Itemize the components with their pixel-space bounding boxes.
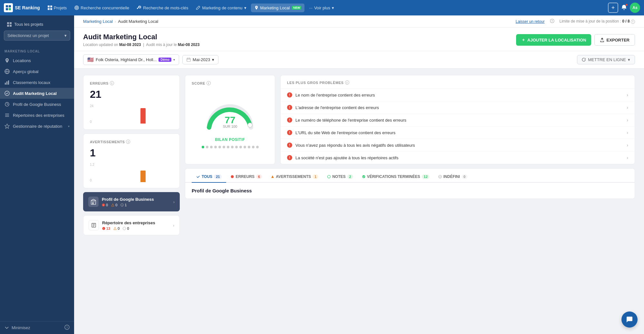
avertissements-info-icon[interactable]: i <box>126 140 130 144</box>
rc-left: Répertoire des entreprises ! 13 0 <box>89 220 155 230</box>
nav-marketing-contenu[interactable]: Marketing de contenu ▾ <box>193 4 249 12</box>
notifications-bell[interactable] <box>621 4 627 12</box>
sidebar-item-repertoires[interactable]: Répertoires des entreprises <box>0 110 74 121</box>
app-logo[interactable]: SE Ranking <box>4 3 40 12</box>
problem-row[interactable]: ! La société n'est pas ajoutée à tous le… <box>281 152 635 164</box>
problem-row[interactable]: ! Vous n'avez pas répondu à tous les avi… <box>281 139 635 152</box>
check-circle-icon <box>362 175 365 178</box>
gc-arrow-icon: › <box>173 199 175 204</box>
gc-stats: ! 0 0 i 1 <box>102 203 154 207</box>
svg-rect-39 <box>92 201 93 202</box>
score-info-icon[interactable]: i <box>207 81 211 85</box>
star-icon <box>5 124 10 129</box>
erreurs-chart: 24 0 <box>90 104 173 124</box>
nav-marketing-local[interactable]: Marketing Local NEW <box>251 4 305 12</box>
gauge-dot <box>206 146 208 148</box>
plus-icon: + <box>611 5 615 11</box>
logo-icon <box>4 3 13 12</box>
problems-info-icon[interactable]: i <box>345 80 349 85</box>
tab-tous[interactable]: TOUS 21 <box>192 172 226 183</box>
gc-icon <box>88 197 99 207</box>
chat-icon <box>626 316 633 323</box>
svg-rect-1 <box>9 5 11 7</box>
tab-indefini[interactable]: INDÉFINI 0 <box>434 172 472 183</box>
svg-point-59 <box>362 175 365 178</box>
info-icon[interactable]: i <box>631 20 635 24</box>
repertoire-card[interactable]: Répertoire des entreprises ! 13 0 <box>83 215 180 235</box>
avertissements-card: AVERTISSEMENTS i 1 1.2 0 <box>83 134 180 188</box>
left-column: ERREURS i 21 24 0 <box>83 75 180 312</box>
sidebar-item-gestionnaire[interactable]: Gestionnaire de réputation ▾ <box>0 121 74 132</box>
laisser-retour-link[interactable]: Laisser un retour <box>515 19 544 24</box>
page-title-right: ＋ AJOUTER LA LOCALISATION EXPORTER <box>516 34 635 46</box>
add-location-button[interactable]: ＋ AJOUTER LA LOCALISATION <box>516 34 591 46</box>
svg-point-31 <box>552 22 552 22</box>
avert-bar-container <box>100 163 173 182</box>
sidebar-all-projects[interactable]: Tous les projets <box>4 19 70 29</box>
sidebar-item-gestionnaire-label: Gestionnaire de réputation <box>13 124 62 129</box>
tab-tous-badge: 21 <box>214 174 222 179</box>
breadcrumb-parent[interactable]: Marketing Local <box>83 19 113 24</box>
warning-dot-icon <box>271 175 274 178</box>
svg-rect-4 <box>48 5 50 7</box>
problem-row[interactable]: ! L'URL du site Web de l'entreprise cont… <box>281 126 635 139</box>
mettre-en-ligne-button[interactable]: METTRE EN LIGNE ▾ <box>577 55 635 64</box>
export-button[interactable]: EXPORTER <box>594 34 635 46</box>
nav-marketing-local-label: Marketing Local <box>260 5 290 10</box>
plus-icon: ＋ <box>521 37 525 43</box>
sidebar-item-classements[interactable]: Classements locaux <box>0 77 74 88</box>
problem-row[interactable]: ! Le nom de l'entreprise contient des er… <box>281 89 635 101</box>
rc-title: Répertoire des entreprises <box>102 220 155 225</box>
home-icon <box>7 22 12 27</box>
tab-erreurs[interactable]: ERREURS 6 <box>226 172 266 183</box>
project-select-placeholder: Sélectionnez un projet <box>7 33 49 38</box>
add-button[interactable]: + <box>608 3 618 13</box>
help-icon[interactable]: ? <box>64 325 70 331</box>
gauge-dot <box>210 146 213 148</box>
sidebar-item-apercu[interactable]: Aperçu global <box>0 66 74 77</box>
minimize-button[interactable]: Minimisez <box>5 325 30 330</box>
svg-rect-2 <box>6 8 8 10</box>
content-area: ERREURS i 21 24 0 <box>74 69 644 319</box>
erreurs-info-icon[interactable]: i <box>110 81 114 85</box>
gauge-dot <box>252 146 255 148</box>
nav-voir-plus[interactable]: ··· Voir plus ▾ <box>306 4 337 12</box>
sidebar-item-apercu-label: Aperçu global <box>13 69 39 74</box>
sidebar-item-audit[interactable]: Audit Marketing Local <box>0 88 74 99</box>
avatar-initials: As <box>632 5 637 10</box>
directory-icon <box>91 223 96 228</box>
project-selector[interactable]: Sélectionnez un projet ▾ <box>4 31 70 41</box>
google-business-card[interactable]: Profil de Google Business ! 0 0 <box>83 192 180 211</box>
tab-avertissements[interactable]: AVERTISSEMENTS 1 <box>266 172 323 183</box>
tab-notes[interactable]: NOTES 2 <box>323 172 357 183</box>
nav-recherche-concurrentielle[interactable]: Recherche concurrentielle <box>71 4 132 12</box>
date-value: Mai-2023 <box>193 57 210 62</box>
user-avatar[interactable]: As <box>630 3 640 13</box>
building-icon <box>91 199 96 205</box>
error-icon: ! <box>287 117 292 123</box>
svg-point-52 <box>123 227 126 230</box>
nav-mots-cles[interactable]: Recherche de mots-clés <box>134 4 191 12</box>
location-filter[interactable]: 🇺🇸 Folk Osteria, Highland Dr., Holl... D… <box>83 54 179 65</box>
score-label: SCORE i <box>192 81 268 85</box>
tab-verifications[interactable]: VÉRIFICATIONS TERMINÉES 12 <box>358 172 434 183</box>
nav-projets[interactable]: Projets <box>44 4 70 12</box>
gauge-dot <box>231 146 234 148</box>
header-right: Laisser un retour Limite de mise à jour … <box>515 19 635 24</box>
sidebar-item-profil-google[interactable]: Profil de Google Business <box>0 99 74 110</box>
svg-point-56 <box>231 175 234 178</box>
erreurs-bar-container <box>100 104 173 124</box>
limite-icon <box>550 19 554 24</box>
gc-left: Profil de Google Business ! 0 0 <box>88 197 154 207</box>
chat-bubble[interactable] <box>621 311 638 328</box>
problem-row[interactable]: ! Le numéro de téléphone de l'entreprise… <box>281 114 635 126</box>
problem-text: Le numéro de téléphone de l'entreprise c… <box>295 118 406 123</box>
problem-row[interactable]: ! L'adresse de l'entreprise contient des… <box>281 101 635 114</box>
location-name: Folk Osteria, Highland Dr., Holl... <box>96 57 157 62</box>
gc-errors: ! 0 <box>102 203 108 207</box>
svg-text:77: 77 <box>225 115 235 125</box>
date-filter[interactable]: Mai-2023 ▾ <box>182 55 218 64</box>
page-title: Audit Marketing Local <box>83 33 199 41</box>
sidebar-section-label: MARKETING LOCAL <box>0 44 74 55</box>
sidebar-item-locations[interactable]: Locations <box>0 55 74 66</box>
